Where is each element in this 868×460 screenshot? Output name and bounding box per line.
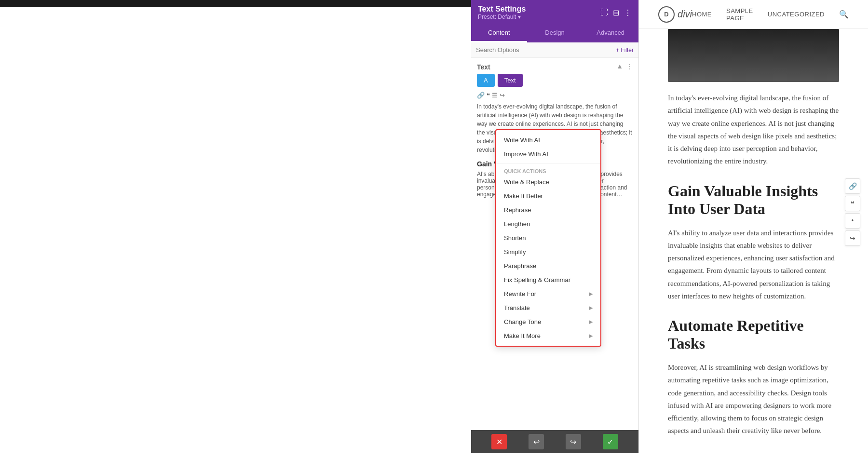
save-button[interactable]: ✓ (603, 434, 618, 449)
cancel-button[interactable]: ✕ (491, 434, 507, 449)
fullscreen-icon[interactable]: ⛶ (600, 8, 608, 17)
text-section-header: Text ▲ ⋮ (477, 63, 633, 71)
nav-search-icon[interactable]: 🔍 (839, 10, 849, 19)
rewrite-for-arrow: ▶ (589, 291, 593, 297)
dropdown-item-simplify[interactable]: Simplify (496, 245, 600, 259)
dropdown-item-translate[interactable]: Translate ▶ (496, 301, 600, 315)
nav-sample-page[interactable]: SAMPLE PAGE (726, 7, 753, 22)
collapse-icon[interactable]: ▲ (616, 63, 623, 71)
top-bar (0, 0, 471, 7)
dropdown-item-write-with-ai[interactable]: Write With AI (496, 133, 600, 147)
dropdown-divider-1 (496, 163, 600, 163)
dropdown-item-lengthen[interactable]: Lengthen (496, 217, 600, 231)
dropdown-item-change-tone[interactable]: Change Tone ▶ (496, 315, 600, 329)
dropdown-item-paraphrase[interactable]: Paraphrase (496, 259, 600, 273)
logo-circle: D (658, 6, 675, 23)
float-dot-btn[interactable]: • (845, 213, 860, 229)
change-tone-arrow: ▶ (589, 319, 593, 325)
filter-button[interactable]: + Filter (616, 47, 634, 54)
bottom-bar: ✕ ↩ ↪ ✓ (471, 430, 638, 453)
float-quote-btn[interactable]: ❝ (845, 196, 860, 211)
heading-row: 🔗 ❝ ☰ ↪ (477, 92, 633, 99)
site-nav: D divi HOME SAMPLE PAGE UNCATEGORIZED 🔍 (639, 0, 868, 29)
dropdown-item-improve-with-ai[interactable]: Improve With AI (496, 147, 600, 161)
undo-button[interactable]: ↩ (529, 434, 544, 449)
ai-dropdown-menu: Write With AI Improve With AI Quick Acti… (495, 129, 601, 347)
hero-image (668, 29, 839, 82)
dropdown-item-rephrase[interactable]: Rephrase (496, 203, 600, 217)
panel-body: Text ▲ ⋮ A Text 🔗 ❝ ☰ ↪ (471, 58, 638, 430)
float-toolbar: 🔗 ❝ • ↪ (845, 178, 860, 246)
panel-tabs: Content Design Advanced (471, 24, 638, 42)
heading-3: Optimize Website Pe 💬 rformance (668, 452, 839, 454)
tab-content[interactable]: Content (471, 24, 527, 42)
panel-preset[interactable]: Preset: Default ▾ (478, 14, 526, 20)
dropdown-item-rewrite-for[interactable]: Rewrite For ▶ (496, 287, 600, 301)
btn-a[interactable]: A (477, 74, 495, 87)
panel-header-info: Text Settings Preset: Default ▾ (478, 5, 526, 20)
quote-icon[interactable]: ❝ (487, 92, 490, 99)
float-link-btn[interactable]: 🔗 (845, 178, 860, 194)
panel-title: Text Settings (478, 5, 526, 14)
redo-button[interactable]: ↪ (566, 434, 581, 449)
btn-text[interactable]: Text (498, 74, 523, 87)
right-panel: D divi HOME SAMPLE PAGE UNCATEGORIZED 🔍 … (639, 0, 868, 453)
columns-icon[interactable]: ⊟ (613, 8, 619, 17)
dropdown-item-make-more[interactable]: Make It More ▶ (496, 329, 600, 343)
panel-header: Text Settings Preset: Default ▾ ⛶ ⊟ ⋮ (471, 0, 638, 24)
paragraph-2: Moreover, AI is streamlining web design … (668, 361, 839, 437)
intro-paragraph: In today's ever-evolving digital landsca… (668, 92, 839, 168)
nav-links: HOME SAMPLE PAGE UNCATEGORIZED 🔍 (692, 7, 849, 22)
float-share-btn[interactable]: ↪ (845, 230, 860, 246)
dropdown-item-fix-spelling[interactable]: Fix Spelling & Grammar (496, 273, 600, 287)
dropdown-item-write-replace[interactable]: Write & Replace (496, 175, 600, 189)
panel-search-bar: + Filter (471, 42, 638, 58)
section-more-icon[interactable]: ⋮ (626, 63, 633, 71)
nav-home[interactable]: HOME (692, 11, 712, 18)
dropdown-item-make-better[interactable]: Make It Better (496, 189, 600, 203)
left-panel: Text Settings Preset: Default ▾ ⛶ ⊟ ⋮ Co… (471, 0, 639, 453)
text-section-title: Text (477, 63, 490, 71)
bullet-icon[interactable]: ☰ (492, 92, 498, 99)
heading-1: Gain Valuable Insights Into User Data (668, 182, 839, 218)
site-logo: D divi (658, 6, 692, 23)
tab-design[interactable]: Design (527, 24, 583, 42)
text-section-icons: ▲ ⋮ (616, 63, 633, 71)
quick-actions-label: Quick Actions (496, 165, 600, 175)
make-more-arrow: ▶ (589, 333, 593, 339)
panel-header-icons: ⛶ ⊟ ⋮ (600, 8, 632, 17)
more-icon[interactable]: ⋮ (624, 8, 632, 17)
dropdown-item-shorten[interactable]: Shorten (496, 231, 600, 245)
paragraph-1: AI's ability to analyze user data and in… (668, 227, 839, 303)
site-content: 🔗 ❝ • ↪ In today's ever-evolving digital… (639, 29, 868, 453)
heading-toolbar: 🔗 ❝ ☰ ↪ (477, 92, 505, 99)
body-buttons: A Text (477, 74, 633, 87)
translate-arrow: ▶ (589, 305, 593, 311)
nav-uncategorized[interactable]: UNCATEGORIZED (768, 11, 825, 18)
redo-text-icon[interactable]: ↪ (500, 92, 505, 99)
tab-advanced[interactable]: Advanced (583, 24, 638, 42)
heading-2: Automate Repetitive Tasks (668, 317, 839, 352)
search-input[interactable] (476, 46, 616, 54)
link-icon[interactable]: 🔗 (477, 92, 485, 99)
